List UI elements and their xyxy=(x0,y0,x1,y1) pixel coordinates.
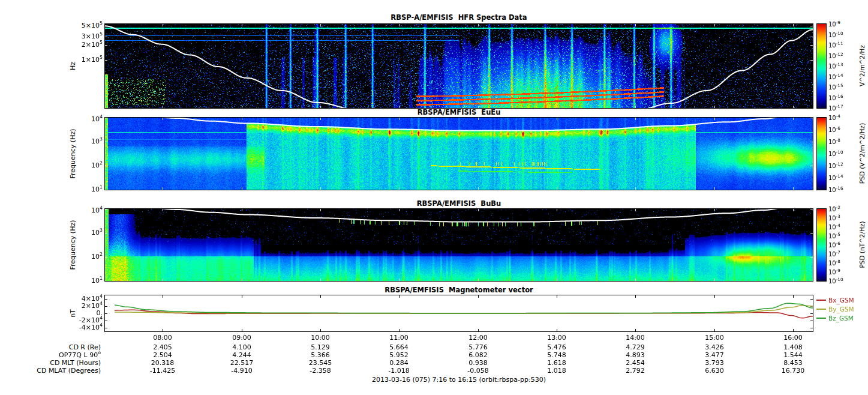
y-tick-label: 103 xyxy=(57,229,103,237)
panel4-title: RBSPA/EMFISIS Magnetometer vector xyxy=(105,286,813,294)
axis-row-value: 5.476 xyxy=(533,343,581,351)
axis-row-label: CD MLAT (Degrees) xyxy=(0,367,101,375)
colorbar-tick-label: 10-9 xyxy=(828,269,861,276)
legend-line-swatch xyxy=(816,300,826,301)
axis-row-label: OP77Q L 90o xyxy=(0,351,101,359)
time-tick-label: 10:00 xyxy=(302,334,338,342)
legend-item: By_GSM xyxy=(816,304,854,313)
axis-row-value: 6.082 xyxy=(454,351,502,359)
time-tick-label: 14:00 xyxy=(617,334,653,342)
colorbar-tick-label: 10-14 xyxy=(828,175,861,181)
y-tick-label: 3×105 xyxy=(57,33,103,40)
legend-label: Bx_GSM xyxy=(828,297,854,304)
legend-line-swatch xyxy=(816,309,826,310)
y-tick-label: 101 xyxy=(57,277,103,285)
y-tick-label: 104 xyxy=(57,207,103,214)
axis-row-value: 5.129 xyxy=(296,343,344,351)
panel2-title: RBSPA/EMFISIS EuEu xyxy=(105,108,813,116)
colorbar-tick-label: 10-12 xyxy=(828,163,861,169)
axis-row-value: -4.910 xyxy=(218,367,266,375)
y-tick-label: 2×104 xyxy=(57,303,103,310)
time-tick-label: 08:00 xyxy=(145,334,181,342)
colorbar-tick-label: 10-16 xyxy=(828,95,861,101)
axis-row-value: 1.618 xyxy=(533,359,581,367)
colorbar-tick-label: 10-10 xyxy=(828,32,861,38)
legend-label: Bz_GSM xyxy=(828,315,854,322)
colorbar-tick-label: 10-5 xyxy=(828,233,861,240)
axis-row-value: 4.100 xyxy=(218,343,266,351)
axis-row-value: 2.504 xyxy=(139,351,187,359)
axis-row-value: 5.776 xyxy=(454,343,502,351)
colorbar-tick-label: 10-6 xyxy=(828,242,861,249)
colorbar-tick-label: 10-4 xyxy=(828,224,861,231)
axis-row-value: -0.058 xyxy=(454,367,502,375)
colorbar-bubu xyxy=(817,209,826,281)
time-tick-label: 13:00 xyxy=(539,334,575,342)
panel3-y-axis-label: Frequency (Hz) xyxy=(69,206,77,284)
legend-item: Bz_GSM xyxy=(816,313,854,322)
axis-row-value: 16.730 xyxy=(769,367,817,375)
axis-row-value: 8.453 xyxy=(769,359,817,367)
colorbar-tick-label: 10-9 xyxy=(828,21,861,28)
panel1-title: RBSP-A/EMFISIS HFR Spectra Data xyxy=(105,13,813,22)
axis-row-value: 2.405 xyxy=(139,343,187,351)
colorbar-hfr xyxy=(817,24,826,108)
footer-label: 2013-03-16 (075) 7:16 to 16:15 (orbit:rb… xyxy=(105,376,813,384)
time-tick-label: 09:00 xyxy=(224,334,260,342)
axis-row-value: 5.664 xyxy=(375,343,423,351)
time-tick-label: 15:00 xyxy=(696,334,732,342)
axis-row-value: 0.938 xyxy=(454,359,502,367)
axis-row-value: 0.284 xyxy=(375,359,423,367)
colorbar-tick-label: 10-16 xyxy=(828,187,861,193)
axis-row-value: 4.729 xyxy=(611,343,659,351)
axis-row-value: 3.426 xyxy=(690,343,738,351)
legend-line-swatch xyxy=(816,318,826,319)
colorbar-tick-label: 10-2 xyxy=(828,206,861,213)
axis-row-value: 2.454 xyxy=(611,359,659,367)
axis-row-value: 4.244 xyxy=(218,351,266,359)
axis-row-value: 1.018 xyxy=(533,367,581,375)
axis-row-value: 23.545 xyxy=(296,359,344,367)
colorbar-tick-label: 10-12 xyxy=(828,53,861,59)
axis-row-value: 5.952 xyxy=(375,351,423,359)
y-tick-label: 2×105 xyxy=(57,41,103,49)
axis-row-value: -2.358 xyxy=(296,367,344,375)
axis-row-value: 1.408 xyxy=(769,343,817,351)
colorbar-tick-label: 10-15 xyxy=(828,84,861,91)
legend-label: By_GSM xyxy=(828,306,854,313)
magnetometer-line-chart xyxy=(105,295,813,331)
colorbar-tick-label: 10-14 xyxy=(828,74,861,80)
time-tick-label: 11:00 xyxy=(381,334,417,342)
axis-row-value: 5.748 xyxy=(533,351,581,359)
colorbar-tick-label: 10-13 xyxy=(828,63,861,70)
colorbar-tick-label: 10-17 xyxy=(828,105,861,112)
colorbar-tick-label: 10-10 xyxy=(828,151,861,157)
panel3-title: RBSPA/EMFISIS BuBu xyxy=(105,199,813,208)
axis-row-value: 22.517 xyxy=(218,359,266,367)
axis-row-label: CD MLT (Hours) xyxy=(0,359,101,367)
magnetometer-legend: Bx_GSMBy_GSMBz_GSM xyxy=(816,295,854,322)
colorbar-tick-label: 10-7 xyxy=(828,251,861,258)
colorbar-eueu xyxy=(817,118,826,190)
bubu-spectra-heatmap xyxy=(105,209,813,281)
colorbar-tick-label: 10-10 xyxy=(828,278,861,285)
y-tick-label: 102 xyxy=(57,253,103,261)
axis-row-value: 3.793 xyxy=(690,359,738,367)
legend-item: Bx_GSM xyxy=(816,295,854,304)
y-tick-label: 101 xyxy=(57,186,103,193)
colorbar-tick-label: 10-3 xyxy=(828,215,861,222)
colorbar-tick-label: 10-11 xyxy=(828,42,861,49)
colorbar-tick-label: 10-6 xyxy=(828,127,861,133)
colorbar-tick-label: 10-4 xyxy=(828,115,861,121)
axis-row-value: 3.477 xyxy=(690,351,738,359)
axis-row-value: -11.425 xyxy=(139,367,187,375)
y-tick-label: 102 xyxy=(57,162,103,169)
emfisis-summary-plot: RBSP-A/EMFISIS HFR Spectra Data RBSPA/EM… xyxy=(0,0,868,395)
colorbar-tick-label: 10-8 xyxy=(828,260,861,267)
axis-row-value: 1.544 xyxy=(769,351,817,359)
time-tick-label: 12:00 xyxy=(460,334,496,342)
time-tick-label: 16:00 xyxy=(775,334,811,342)
hfr-spectra-heatmap xyxy=(105,24,813,108)
y-tick-label: 103 xyxy=(57,138,103,145)
axis-row-value: 4.893 xyxy=(611,351,659,359)
